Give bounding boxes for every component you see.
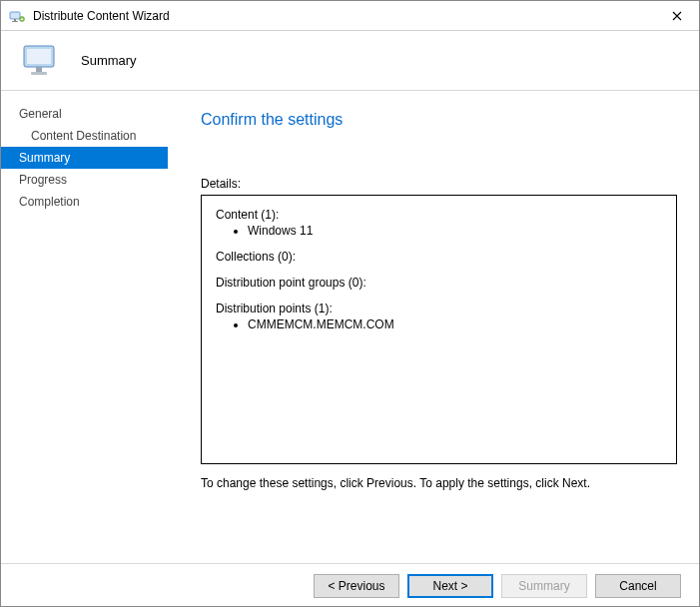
- details-dpg-header: Distribution point groups (0):: [216, 276, 662, 290]
- page-heading: Confirm the settings: [201, 111, 677, 129]
- svg-rect-1: [14, 19, 16, 21]
- banner-title: Summary: [81, 53, 137, 68]
- details-dp-header: Distribution points (1):: [216, 302, 662, 315]
- cancel-button[interactable]: Cancel: [595, 574, 681, 598]
- titlebar: Distribute Content Wizard: [1, 1, 699, 31]
- details-content-header: Content (1):: [216, 208, 662, 222]
- svg-rect-5: [27, 49, 51, 64]
- details-box: Content (1): Windows 11 Collections (0):…: [201, 195, 677, 464]
- nav-item-general[interactable]: General: [1, 103, 168, 125]
- nav-item-completion[interactable]: Completion: [1, 191, 168, 213]
- content-pane: Confirm the settings Details: Content (1…: [169, 91, 699, 563]
- window-title: Distribute Content Wizard: [33, 9, 170, 23]
- banner: Summary: [1, 31, 699, 91]
- wizard-nav: General Content Destination Summary Prog…: [1, 91, 169, 563]
- summary-button: Summary: [501, 574, 587, 598]
- app-icon: [9, 8, 25, 24]
- svg-rect-7: [31, 72, 47, 75]
- nav-item-progress[interactable]: Progress: [1, 169, 168, 191]
- svg-rect-6: [36, 67, 42, 72]
- svg-rect-0: [10, 12, 20, 19]
- nav-item-summary[interactable]: Summary: [1, 147, 168, 169]
- next-button[interactable]: Next >: [407, 574, 493, 598]
- details-content-item: Windows 11: [248, 224, 662, 238]
- svg-rect-2: [12, 21, 18, 22]
- hint-text: To change these settings, click Previous…: [201, 476, 677, 490]
- details-label: Details:: [201, 177, 677, 191]
- details-collections-header: Collections (0):: [216, 250, 662, 264]
- close-button[interactable]: [654, 1, 699, 31]
- nav-item-content-destination[interactable]: Content Destination: [1, 125, 168, 147]
- previous-button[interactable]: < Previous: [314, 574, 399, 598]
- details-dp-item: CMMEMCM.MEMCM.COM: [248, 317, 662, 331]
- footer: < Previous Next > Summary Cancel: [1, 563, 699, 607]
- monitor-icon: [21, 41, 61, 81]
